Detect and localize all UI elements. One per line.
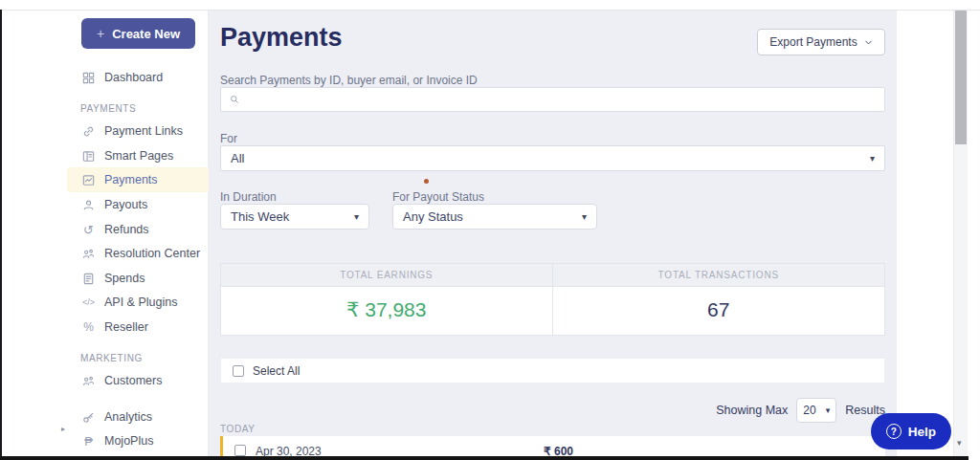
summary-table: TOTAL EARNINGS TOTAL TRANSACTIONS ₹ 37,9… <box>220 263 885 336</box>
sidebar-item-label: Reseller <box>104 320 148 334</box>
percent-icon: % <box>81 320 96 334</box>
sidebar-item-analytics[interactable]: Analytics <box>81 407 152 427</box>
payout-status-select[interactable]: Any Status ▾ <box>392 204 597 230</box>
sidebar-item-label: Payment Links <box>104 124 183 138</box>
customers-icon <box>81 374 96 388</box>
duration-select[interactable]: This Week ▾ <box>220 204 369 230</box>
caret-down-icon: ▾ <box>826 405 831 415</box>
people-icon <box>81 247 96 261</box>
code-icon: </> <box>81 297 96 307</box>
results-label: Results <box>845 404 885 417</box>
sidebar-item-label: API & Plugins <box>104 296 177 309</box>
payments-section-label: PAYMENTS <box>80 103 136 114</box>
payout-status-label: For Payout Status <box>392 190 484 204</box>
sidebar: + Create New Dashboard PAYMENTS Payment … <box>2 11 209 460</box>
payout-icon <box>81 198 96 212</box>
search-input[interactable] <box>246 88 884 111</box>
total-transactions-value: 67 <box>553 287 885 335</box>
refund-icon: ↺ <box>81 223 96 237</box>
help-button[interactable]: ? Help <box>871 413 951 449</box>
page-title: Payments <box>220 23 343 53</box>
sidebar-item-label: Smart Pages <box>104 149 173 163</box>
key-icon <box>81 410 96 425</box>
total-earnings-header: TOTAL EARNINGS <box>221 264 553 286</box>
expand-caret-icon[interactable]: ▸ <box>61 425 65 433</box>
sidebar-item-label: MojoPlus <box>104 434 153 448</box>
select-all-label: Select All <box>253 364 300 378</box>
caret-down-icon: ▾ <box>354 211 359 222</box>
for-label: For <box>220 132 237 145</box>
sidebar-item-refunds[interactable]: ↺ Refunds <box>81 220 149 239</box>
search-label: Search Payments by ID, buyer email, or I… <box>220 74 478 87</box>
cursor-dot <box>424 179 429 184</box>
sidebar-item-label: Payments <box>104 173 158 186</box>
window-left-edge <box>0 10 2 460</box>
results-count-select[interactable]: 20 ▾ <box>796 398 836 423</box>
link-icon <box>81 124 96 139</box>
help-label: Help <box>908 425 936 439</box>
dashboard-grid-icon <box>81 71 96 85</box>
sidebar-item-label: Refunds <box>104 223 149 236</box>
total-earnings-value: ₹ 37,983 <box>221 287 553 335</box>
sidebar-item-spends[interactable]: Spends <box>81 269 145 288</box>
marketing-section-label: MARKETING <box>80 353 143 363</box>
plus-icon: + <box>97 26 104 41</box>
sidebar-item-reseller[interactable]: % Reseller <box>81 318 148 337</box>
payout-status-select-value: Any Status <box>403 209 463 224</box>
search-box <box>220 87 885 112</box>
sidebar-item-payouts[interactable]: Payouts <box>81 195 147 214</box>
window-bottom-edge <box>0 456 969 460</box>
for-select[interactable]: All ▾ <box>220 145 885 171</box>
sidebar-item-label: Customers <box>104 374 162 387</box>
export-payments-label: Export Payments <box>769 35 857 49</box>
mojoplus-icon: ₱ <box>81 434 96 449</box>
create-new-label: Create New <box>112 27 180 41</box>
sidebar-item-label: Resolution Center <box>104 247 200 260</box>
pages-icon <box>81 149 96 164</box>
sidebar-item-label: Dashboard <box>104 71 163 84</box>
results-count-value: 20 <box>803 404 815 417</box>
sidebar-item-label: Spends <box>104 272 145 285</box>
for-select-value: All <box>231 151 244 165</box>
select-all-bar: Select All <box>220 358 885 383</box>
create-new-button[interactable]: + Create New <box>81 18 195 49</box>
showing-max-row: Showing Max 20 ▾ Results <box>632 397 885 423</box>
group-label-today: TODAY <box>220 424 256 434</box>
sidebar-item-payment-links[interactable]: Payment Links <box>81 121 183 141</box>
sidebar-item-label: Payouts <box>104 198 147 211</box>
sidebar-item-resolution-center[interactable]: Resolution Center <box>81 244 200 263</box>
payment-row-partial[interactable]: Apr 30, 2023 ₹ 600 <box>220 436 885 457</box>
chart-icon <box>81 173 96 187</box>
sidebar-item-customers[interactable]: Customers <box>81 371 162 390</box>
document-icon <box>81 272 96 286</box>
chevron-down-icon <box>864 38 873 47</box>
total-transactions-header: TOTAL TRANSACTIONS <box>553 264 885 286</box>
sidebar-item-dashboard[interactable]: Dashboard <box>81 68 163 87</box>
sidebar-item-label: Analytics <box>104 410 152 424</box>
top-strip <box>0 0 980 11</box>
caret-down-icon: ▾ <box>582 211 587 222</box>
scrollbar-thumb[interactable] <box>955 11 967 144</box>
scroll-down-arrow-icon[interactable]: ▾ <box>957 438 962 448</box>
select-all-checkbox[interactable] <box>233 365 244 377</box>
sidebar-item-mojoplus[interactable]: ₱ MojoPlus <box>81 431 153 450</box>
export-payments-button[interactable]: Export Payments <box>757 29 885 55</box>
row-checkbox[interactable] <box>234 445 246 456</box>
caret-down-icon: ▾ <box>870 153 875 164</box>
showing-max-label: Showing Max <box>716 404 788 417</box>
sidebar-item-smart-pages[interactable]: Smart Pages <box>81 146 173 165</box>
search-icon <box>229 94 240 105</box>
sidebar-item-payments[interactable]: Payments <box>81 170 158 189</box>
sidebar-item-api-plugins[interactable]: </> API & Plugins <box>81 293 177 312</box>
duration-select-value: This Week <box>231 209 289 224</box>
duration-label: In Duration <box>220 190 277 204</box>
question-mark-icon: ? <box>886 424 902 439</box>
app-window: + Create New Dashboard PAYMENTS Payment … <box>0 0 980 460</box>
